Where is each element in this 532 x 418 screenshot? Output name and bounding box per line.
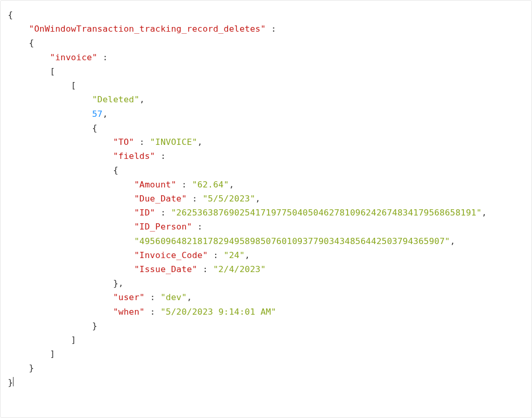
colon: : xyxy=(197,264,213,274)
comma: , xyxy=(197,137,203,147)
comma: , xyxy=(245,250,250,260)
comma: , xyxy=(255,194,260,204)
indent xyxy=(8,222,134,232)
indent xyxy=(8,250,134,260)
id-key: "ID" xyxy=(134,208,155,218)
text-caret xyxy=(13,377,14,386)
indent xyxy=(8,208,134,218)
indent xyxy=(8,38,29,48)
issue-date-key: "Issue_Date" xyxy=(134,264,197,274)
indent xyxy=(8,307,113,317)
bracket-close: ] xyxy=(50,349,55,359)
indent xyxy=(8,264,134,274)
indent xyxy=(8,194,134,204)
indent xyxy=(8,321,92,331)
when-key: "when" xyxy=(113,307,145,317)
colon: : xyxy=(187,194,203,204)
id-val: "262536387690254171977504050462781096242… xyxy=(171,208,482,218)
comma: , xyxy=(118,278,124,288)
indent xyxy=(8,66,50,76)
indent xyxy=(8,151,113,161)
comma: , xyxy=(482,208,487,218)
comma: , xyxy=(229,180,234,190)
brace-open: { xyxy=(113,165,118,175)
user-val: "dev" xyxy=(161,292,187,302)
indent xyxy=(8,363,29,373)
number-57: 57 xyxy=(92,109,102,119)
colon: : xyxy=(97,52,108,62)
brace-open: { xyxy=(8,10,13,20)
indent xyxy=(8,180,134,190)
invoice-code-val: "24" xyxy=(224,250,245,260)
issue-date-val: "2/4/2023" xyxy=(213,264,265,274)
indent xyxy=(8,52,50,62)
due-date-key: "Due_Date" xyxy=(134,194,187,204)
indent xyxy=(8,292,113,302)
colon: : xyxy=(145,292,161,302)
colon: : xyxy=(266,24,276,34)
comma: , xyxy=(450,236,455,246)
json-code-viewer: { "OnWindowTransaction_tracking_record_d… xyxy=(0,0,532,418)
colon: : xyxy=(155,151,166,161)
colon: : xyxy=(155,208,171,218)
comma: , xyxy=(139,95,144,104)
brace-open: { xyxy=(92,123,97,133)
indent xyxy=(8,95,92,104)
bracket-open: [ xyxy=(71,80,76,90)
due-date-val: "5/5/2023" xyxy=(203,194,255,204)
colon: : xyxy=(134,137,150,147)
brace-open: { xyxy=(29,38,34,48)
indent xyxy=(8,123,92,133)
brace-close: } xyxy=(92,321,97,331)
comma: , xyxy=(187,292,192,302)
brace-close: } xyxy=(113,278,118,288)
colon: : xyxy=(145,307,161,317)
when-val: "5/20/2023 9:14:01 AM" xyxy=(161,307,276,317)
root-key: "OnWindowTransaction_tracking_record_del… xyxy=(29,24,266,34)
user-key: "user" xyxy=(113,292,145,302)
fields-key: "fields" xyxy=(113,151,155,161)
brace-close: } xyxy=(8,377,13,387)
indent xyxy=(8,278,113,288)
invoice-code-key: "Invoice_Code" xyxy=(134,250,208,260)
indent xyxy=(8,165,113,175)
indent xyxy=(8,236,134,246)
indent xyxy=(8,109,92,119)
to-key: "TO" xyxy=(113,137,135,147)
invoice-key: "invoice" xyxy=(50,52,97,62)
colon: : xyxy=(176,180,192,190)
colon: : xyxy=(192,222,203,232)
id-person-val: "495609648218178294958985076010937790343… xyxy=(134,236,450,246)
comma: , xyxy=(102,109,108,119)
amount-val: "62.64" xyxy=(192,180,229,190)
amount-key: "Amount" xyxy=(134,180,176,190)
id-person-key: "ID_Person" xyxy=(134,222,192,232)
indent xyxy=(8,335,71,345)
brace-close: } xyxy=(29,363,34,373)
indent xyxy=(8,80,71,90)
deleted-string: "Deleted" xyxy=(92,95,139,104)
indent xyxy=(8,24,29,34)
indent xyxy=(8,137,113,147)
to-val: "INVOICE" xyxy=(150,137,197,147)
indent xyxy=(8,349,50,359)
bracket-close: ] xyxy=(71,335,76,345)
colon: : xyxy=(208,250,223,260)
bracket-open: [ xyxy=(50,66,55,76)
